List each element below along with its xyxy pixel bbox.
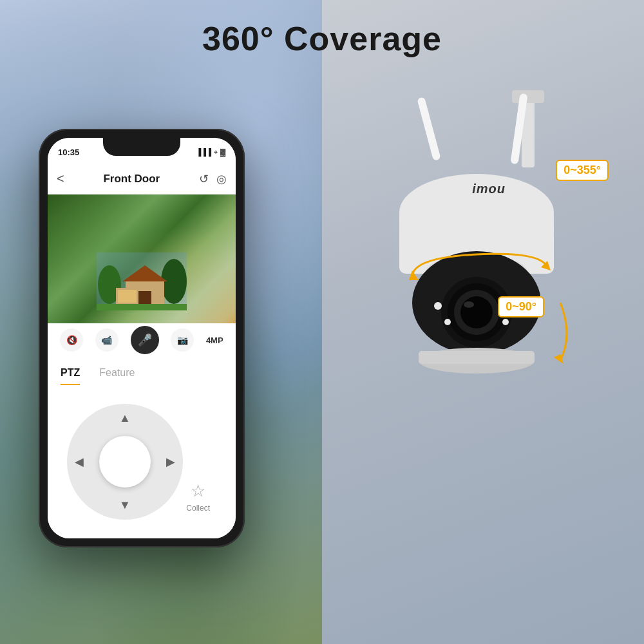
video-icon: 📹 xyxy=(101,335,112,345)
ptz-up-arrow[interactable]: ▲ xyxy=(119,412,131,425)
nav-bar: < Front Door ↺ ◎ xyxy=(48,164,236,194)
tabs-container: PTZ Feature xyxy=(48,357,236,385)
camera-icon: 📷 xyxy=(177,335,188,345)
status-time: 10:35 xyxy=(58,147,79,157)
ptz-joystick[interactable]: ▲ ▼ ◀ ▶ xyxy=(67,404,183,520)
mute-icon: 🔇 xyxy=(66,335,77,345)
horizontal-angle-label: 0~355° xyxy=(556,160,609,181)
tab-ptz[interactable]: PTZ xyxy=(61,367,80,385)
ptz-area: ▲ ▼ ◀ ▶ ☆ Collect xyxy=(48,385,236,538)
ptz-right-arrow[interactable]: ▶ xyxy=(166,455,175,469)
resolution-label: 4MP xyxy=(206,336,223,345)
tab-feature[interactable]: Feature xyxy=(99,367,135,385)
svg-rect-12 xyxy=(417,97,440,161)
phone-notch xyxy=(103,138,180,156)
svg-rect-29 xyxy=(419,351,535,364)
settings-icon[interactable]: ◎ xyxy=(216,172,227,186)
mic-icon: 🎤 xyxy=(138,333,152,347)
ptz-outer-ring: ▲ ▼ ◀ ▶ xyxy=(67,404,183,520)
snapshot-button[interactable]: 📷 xyxy=(171,328,194,352)
svg-point-21 xyxy=(460,296,493,328)
camera-feed xyxy=(48,194,236,323)
svg-rect-27 xyxy=(444,219,509,238)
refresh-icon[interactable]: ↺ xyxy=(199,172,209,186)
signal-icon: ▐▐▐ xyxy=(196,148,211,156)
ptz-center-button[interactable] xyxy=(99,436,151,488)
svg-point-26 xyxy=(502,319,509,325)
wifi-icon: ⌖ xyxy=(214,148,218,156)
brand-logo: imou xyxy=(472,182,506,196)
svg-rect-7 xyxy=(118,290,137,303)
vertical-angle-label: 0~90° xyxy=(498,296,544,317)
camera-scene-svg xyxy=(97,252,187,310)
phone-screen: 10:35 ▐▐▐ ⌖ ▓ < Front Door ↺ ◎ xyxy=(48,138,236,538)
controls-bar: 🔇 📹 🎤 📷 4MP xyxy=(48,323,236,357)
ptz-left-arrow[interactable]: ◀ xyxy=(75,455,84,469)
back-button[interactable]: < xyxy=(57,171,64,186)
collect-label: Collect xyxy=(186,504,210,513)
svg-point-22 xyxy=(464,301,474,308)
collect-button[interactable]: ☆ Collect xyxy=(186,481,210,513)
nav-action-icons: ↺ ◎ xyxy=(199,172,227,186)
svg-rect-11 xyxy=(512,90,544,103)
camera-svg xyxy=(361,84,605,393)
star-icon: ☆ xyxy=(191,481,205,501)
phone-body: 10:35 ▐▐▐ ⌖ ▓ < Front Door ↺ ◎ xyxy=(39,129,245,547)
page-title: 360° Coverage xyxy=(0,19,644,58)
mic-button[interactable]: 🎤 xyxy=(131,326,159,354)
svg-point-23 xyxy=(434,302,442,310)
camera-name: Front Door xyxy=(103,173,160,185)
mute-button[interactable]: 🔇 xyxy=(60,328,83,352)
camera-device xyxy=(361,84,605,393)
svg-point-25 xyxy=(444,319,451,325)
video-button[interactable]: 📹 xyxy=(95,328,118,352)
svg-rect-9 xyxy=(97,304,187,310)
phone-mockup: 10:35 ▐▐▐ ⌖ ▓ < Front Door ↺ ◎ xyxy=(39,129,245,547)
status-icons: ▐▐▐ ⌖ ▓ xyxy=(196,148,225,156)
ptz-down-arrow[interactable]: ▼ xyxy=(119,498,131,512)
battery-icon: ▓ xyxy=(220,148,225,156)
